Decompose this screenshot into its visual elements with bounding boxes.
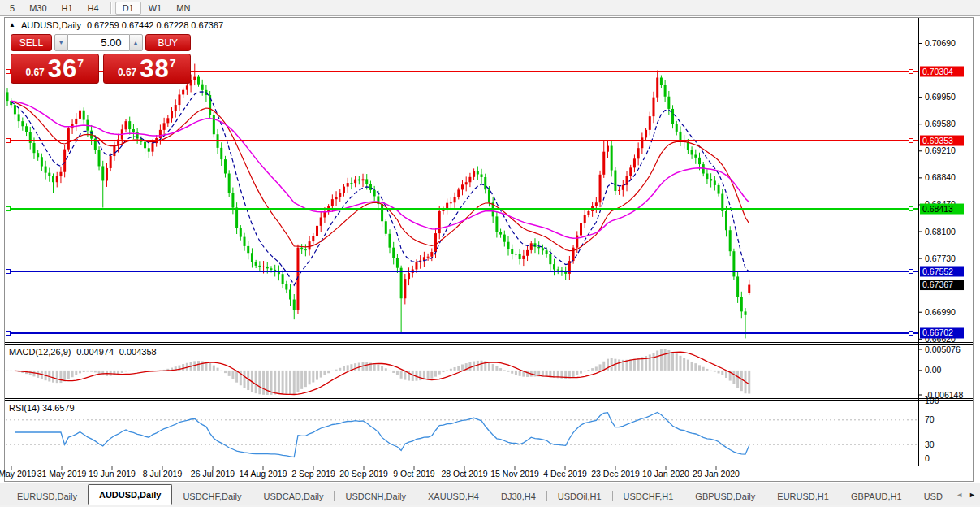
ask-price-big: 38 (140, 54, 169, 83)
bid-price-prefix: 0.67 (25, 67, 44, 78)
date-label: 19 Jun 2019 (89, 469, 136, 479)
date-label: 26 Jul 2019 (191, 469, 235, 479)
rsi-axis-label: 70 (925, 414, 935, 424)
price-tick-label: 0.70690 (925, 38, 956, 48)
tab-usd[interactable]: USD (913, 488, 953, 505)
date-label: 23 Dec 2019 (591, 469, 640, 479)
rsi-axis-label: 0 (925, 453, 930, 463)
spinner-up-icon: ▲ (133, 40, 139, 46)
hline-marker[interactable] (909, 139, 913, 143)
tab-dj30-h4[interactable]: DJ30,H4 (490, 488, 546, 505)
timeframe-button-mn[interactable]: MN (169, 2, 197, 15)
price-tick-label: 0.67730 (925, 254, 956, 263)
tabs-scroll-right-icon[interactable]: ► (969, 491, 976, 499)
chart-symbol-period: AUDUSD,Daily (21, 20, 81, 30)
rsi-axis-label: 30 (925, 440, 935, 449)
price-tick-label: 0.66990 (925, 307, 956, 317)
ask-price-pip: 7 (170, 57, 176, 70)
sell-price-panel[interactable]: 0.67 36 7 (11, 54, 99, 84)
chart-ohlc-values: 0.67259 0.67442 0.67228 0.67367 (87, 20, 223, 30)
date-label: 28 Oct 2019 (441, 469, 487, 479)
tab-eurusd-daily[interactable]: EURUSD,Daily (6, 488, 88, 505)
hline-marker[interactable] (6, 139, 11, 143)
price-tick-label: 0.69950 (925, 92, 956, 102)
macd-axis-label: 0.005076 (925, 344, 961, 354)
tab-xauusd-h4[interactable]: XAUUSD,H4 (417, 488, 490, 505)
chart-title: ▲ AUDUSD,Daily 0.67259 0.67442 0.67228 0… (9, 20, 223, 30)
timeframe-toolbar: 5M30H1H4D1W1MN (0, 0, 980, 16)
spinner-down-icon: ▼ (58, 40, 64, 46)
date-label: 13 May 2019 (0, 469, 37, 479)
timeframe-button-h1[interactable]: H1 (54, 2, 80, 15)
date-label: 15 Nov 2019 (490, 469, 539, 479)
date-label: 20 Sep 2019 (339, 469, 388, 479)
buy-button[interactable]: BUY (145, 34, 191, 51)
macd-axis-label: 0.00 (925, 365, 942, 375)
date-label: 4 Dec 2019 (543, 469, 587, 479)
one-click-trading-panel: SELL ▼ 5.00 ▲ BUY 0.67 36 7 0.67 38 7 (11, 34, 191, 84)
ask-price-prefix: 0.67 (118, 67, 136, 78)
timeframe-button-d1[interactable]: D1 (115, 2, 141, 15)
volume-decrease-button[interactable]: ▼ (54, 34, 68, 51)
tab-usdchf-h1[interactable]: USDCHF,H1 (613, 488, 684, 505)
tab-eurusd-h1[interactable]: EURUSD,H1 (766, 488, 840, 505)
bid-price-big: 36 (48, 54, 77, 83)
volume-input[interactable]: 5.00 (68, 34, 129, 51)
hline-marker[interactable] (6, 70, 11, 74)
current-price-label: 0.67367 (922, 280, 953, 289)
price-tick-label: 0.69210 (925, 145, 956, 155)
date-label: 10 Jan 2020 (642, 469, 689, 479)
hline-price-label: 0.68413 (922, 204, 953, 214)
volume-increase-button[interactable]: ▲ (129, 34, 143, 51)
timeframe-button-5[interactable]: 5 (2, 2, 22, 15)
chart-window-frame (5, 18, 974, 482)
timeframe-button-w1[interactable]: W1 (141, 2, 170, 15)
sell-button[interactable]: SELL (11, 34, 52, 51)
date-label: 8 Jul 2019 (143, 469, 183, 479)
timeframe-button-m30[interactable]: M30 (22, 2, 54, 15)
bid-price-pip: 7 (77, 57, 84, 70)
hline-marker[interactable] (6, 331, 11, 335)
tab-usdchf-daily[interactable]: USDCHF,Daily (172, 488, 252, 505)
tab-usdcnh-daily[interactable]: USDCNH,Daily (335, 488, 417, 505)
hline-marker[interactable] (6, 207, 11, 211)
hline-marker[interactable] (909, 207, 913, 211)
tab-audusd-daily[interactable]: AUDUSD,Daily (88, 484, 172, 505)
tab-usdoil-h1[interactable]: USDOil,H1 (547, 488, 612, 505)
tab-gbpusd-daily[interactable]: GBPUSD,Daily (684, 488, 766, 505)
hline-marker[interactable] (909, 270, 913, 274)
one-click-collapse-icon[interactable]: ▲ (9, 22, 15, 28)
toolbar-separator (110, 2, 111, 14)
price-tick-label: 0.69580 (925, 119, 956, 128)
hline-price-label: 0.66702 (922, 327, 953, 337)
buy-price-panel[interactable]: 0.67 38 7 (103, 54, 192, 84)
date-label: 2 Sep 2019 (291, 469, 335, 479)
date-label: 29 Jan 2020 (693, 469, 740, 479)
date-label: 14 Aug 2019 (240, 469, 287, 479)
hline-price-label: 0.67552 (922, 266, 953, 276)
date-label: 31 May 2019 (37, 469, 87, 479)
rsi-axis-label: 100 (925, 396, 939, 405)
hline-price-label: 0.69353 (922, 136, 953, 145)
hline-marker[interactable] (6, 270, 11, 274)
tabs-scroll-left-icon[interactable]: ◄ (956, 491, 963, 499)
tab-gbpaud-h1[interactable]: GBPAUD,H1 (840, 488, 913, 505)
macd-indicator-title: MACD(12,26,9) -0.004974 -0.004358 (9, 347, 157, 357)
hline-price-label: 0.70304 (922, 67, 953, 76)
date-label: 9 Oct 2019 (393, 469, 435, 479)
timeframe-button-h4[interactable]: H4 (80, 2, 106, 15)
chart-tabs-bar: EURUSD,DailyAUDUSD,DailyUSDCHF,DailyUSDC… (0, 483, 980, 505)
price-tick-label: 0.68840 (925, 172, 956, 182)
rsi-indicator-title: RSI(14) 34.6579 (9, 403, 75, 413)
price-tick-label: 0.68100 (925, 227, 956, 236)
tab-usdcad-daily[interactable]: USDCAD,Daily (253, 488, 335, 505)
hline-marker[interactable] (909, 331, 913, 335)
hline-marker[interactable] (909, 70, 913, 74)
